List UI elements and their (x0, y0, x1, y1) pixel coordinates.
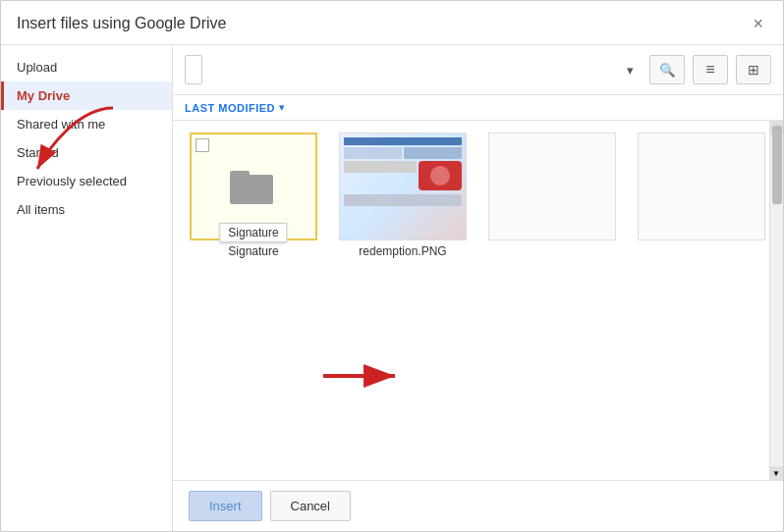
sidebar-item-shared-with-me[interactable]: Shared with me (1, 110, 172, 138)
annotation-arrow-file (318, 356, 407, 396)
file-tooltip-signature: Signature (219, 223, 287, 242)
file-item-signature[interactable]: Signature Signature (185, 133, 322, 258)
folder-dropdown-wrap (185, 55, 642, 84)
folder-icon (230, 167, 277, 206)
sort-label[interactable]: LAST MODIFIED (185, 102, 275, 114)
insert-button[interactable]: Insert (189, 491, 262, 521)
dialog-footer: Insert Cancel (173, 480, 783, 531)
scrollbar-thumb[interactable] (772, 126, 782, 204)
list-view-button[interactable]: ≡ (693, 55, 728, 84)
cancel-button[interactable]: Cancel (270, 491, 351, 521)
file-thumb-redemption (339, 133, 467, 240)
close-button[interactable]: × (749, 13, 767, 34)
sidebar-item-starred[interactable]: Starred (1, 138, 172, 167)
sidebar-item-all-items[interactable]: All items (1, 195, 172, 224)
scrollbar[interactable]: ▲ ▼ (769, 121, 783, 480)
file-name-redemption: redemption.PNG (359, 244, 446, 258)
file-thumb-signature: Signature (190, 133, 317, 240)
folder-dropdown[interactable] (185, 55, 202, 84)
sidebar-item-my-drive[interactable]: My Drive (1, 81, 172, 110)
toolbar: 🔍 ≡ ⊞ (173, 45, 783, 95)
file-name-signature: Signature (228, 244, 278, 258)
grid-icon: ⊞ (748, 62, 759, 78)
search-button[interactable]: 🔍 (649, 55, 685, 84)
sort-arrow-icon: ▾ (279, 101, 285, 114)
sidebar-item-previously-selected[interactable]: Previously selected (1, 167, 172, 195)
scroll-down-button[interactable]: ▼ (769, 466, 783, 480)
sidebar-item-upload[interactable]: Upload (1, 53, 172, 81)
dialog-body: Upload My Drive Shared with me Starred P… (1, 45, 783, 531)
search-icon: 🔍 (659, 63, 676, 78)
dialog: Insert files using Google Drive × Upload… (0, 0, 784, 532)
files-area: Signature Signature (173, 121, 783, 480)
dialog-title: Insert files using Google Drive (17, 15, 226, 32)
main-content: 🔍 ≡ ⊞ LAST MODIFIED ▾ (173, 45, 783, 531)
grid-view-button[interactable]: ⊞ (736, 55, 771, 84)
file-checkbox-signature[interactable] (196, 138, 209, 152)
file-thumb-empty2 (638, 133, 765, 240)
png-preview (340, 133, 466, 239)
list-icon: ≡ (705, 61, 714, 79)
file-item-redemption[interactable]: redemption.PNG (334, 133, 472, 258)
file-item-empty2[interactable] (633, 133, 770, 258)
file-item-empty1[interactable] (483, 133, 621, 258)
svg-rect-4 (230, 171, 250, 181)
file-thumb-empty1 (488, 133, 616, 240)
sidebar: Upload My Drive Shared with me Starred P… (1, 45, 173, 531)
sort-bar: LAST MODIFIED ▾ (173, 95, 783, 121)
dialog-header: Insert files using Google Drive × (1, 1, 783, 45)
